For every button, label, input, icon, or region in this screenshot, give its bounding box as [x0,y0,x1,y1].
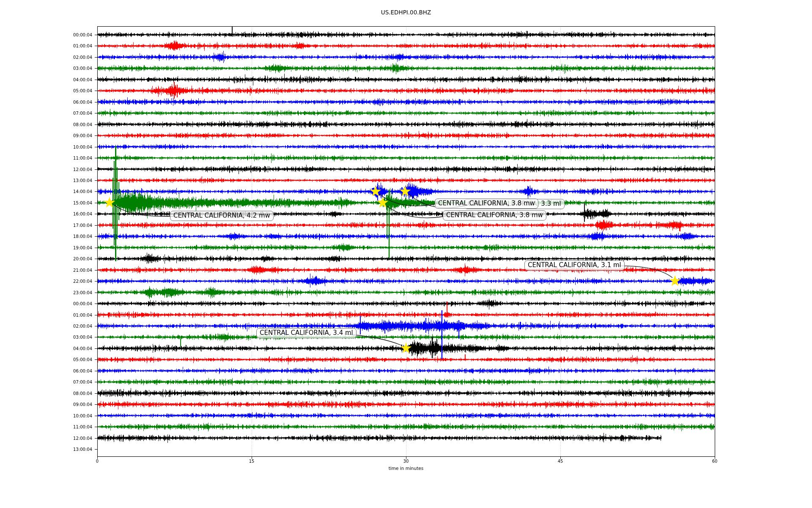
y-tick-label: 23:00:04 [54,290,92,295]
y-tick-label: 18:00:04 [54,234,92,239]
y-tick-label: 10:00:04 [54,413,92,418]
x-tick-label: 60 [712,459,718,464]
event-annotation: CENTRAL CALIFORNIA, 3.8 mw [443,210,546,221]
y-tick-label: 09:00:04 [54,133,92,138]
y-tick-label: 02:00:04 [54,55,92,59]
y-tick-label: 08:00:04 [54,391,92,395]
y-tick-label: 05:00:04 [54,357,92,362]
y-tick-label: 02:00:04 [54,323,92,328]
y-tick-label: 01:00:04 [54,44,92,48]
y-tick-label: 13:00:04 [54,447,92,452]
y-tick-label: 14:00:04 [54,189,92,194]
event-annotation: CENTRAL CALIFORNIA, 3.8 mw [435,199,538,209]
y-tick-label: 04:00:04 [54,77,92,82]
y-tick-label: 17:00:04 [54,223,92,227]
y-tick-label: 01:00:04 [54,312,92,317]
y-tick-label: 06:00:04 [54,368,92,373]
y-tick-label: 07:00:04 [54,111,92,116]
y-tick-label: 19:00:04 [54,245,92,250]
event-annotation: CENTRAL CALIFORNIA, 3.4 ml [256,328,357,338]
y-tick-label: 05:00:04 [54,88,92,93]
y-tick-label: 07:00:04 [54,380,92,384]
y-tick-label: 15:00:04 [54,200,92,205]
y-tick-label: 20:00:04 [54,257,92,261]
y-tick-label: 06:00:04 [54,99,92,104]
y-tick-label: 09:00:04 [54,402,92,407]
y-tick-label: 03:00:04 [54,66,92,71]
y-tick-label: 00:00:04 [54,301,92,306]
x-tick-label: 0 [96,459,99,464]
y-tick-label: 03:00:04 [54,335,92,340]
y-tick-label: 11:00:04 [54,425,92,429]
x-tick-label: 15 [249,459,255,464]
y-tick-label: 13:00:04 [54,178,92,182]
y-tick-label: 08:00:04 [54,122,92,127]
x-tick-label: 30 [403,459,409,464]
seismogram-canvas [0,0,812,508]
y-tick-label: 16:00:04 [54,212,92,216]
y-tick-label: 10:00:04 [54,144,92,149]
x-tick-label: 45 [558,459,563,464]
y-tick-label: 04:00:04 [54,346,92,351]
seismogram-figure: US.EDHPI.00.BHZ 00:00:0401:00:0402:00:04… [0,0,812,508]
y-tick-label: 12:00:04 [54,436,92,440]
y-tick-label: 22:00:04 [54,279,92,284]
event-annotation: CENTRAL CALIFORNIA, 3.1 ml [524,260,625,271]
y-tick-label: 11:00:04 [54,156,92,160]
x-axis-label: time in minutes [97,466,715,471]
y-tick-label: 00:00:04 [54,33,92,37]
plot-title: US.EDHPI.00.BHZ [97,9,715,16]
y-tick-label: 21:00:04 [54,268,92,272]
y-tick-label: 12:00:04 [54,167,92,171]
event-annotation: CENTRAL CALIFORNIA, 4.2 mw [170,211,274,221]
